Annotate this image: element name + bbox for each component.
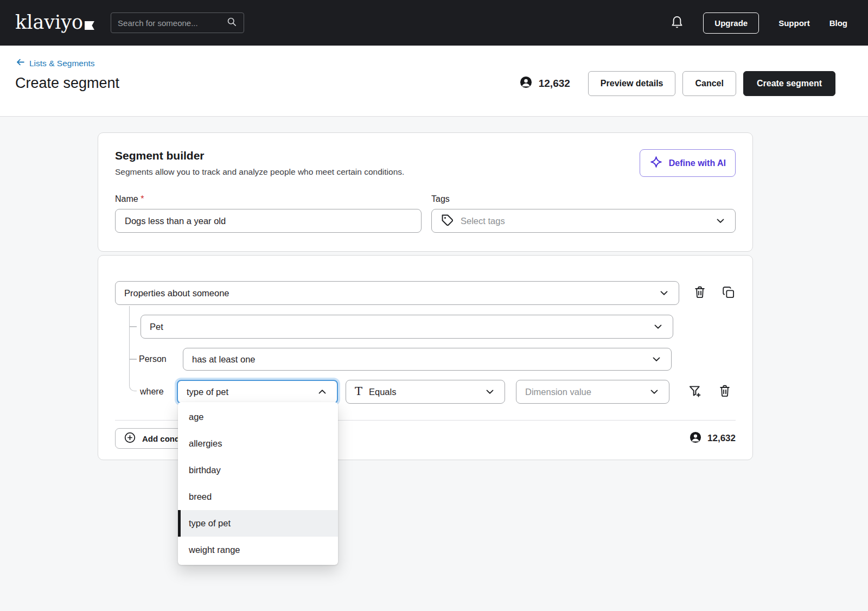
comparator-select[interactable]: T Equals <box>346 380 505 404</box>
page-header-actions: 12,632 Preview details Cancel Create seg… <box>520 58 835 110</box>
navbar-actions: Upgrade Support Blog <box>671 12 847 34</box>
dropdown-option-weight-range[interactable]: weight range <box>178 537 338 563</box>
tree-tick <box>129 326 137 327</box>
person-icon <box>690 431 701 446</box>
chevron-down-icon <box>652 321 664 333</box>
klaviyo-logo[interactable]: klaviyo <box>15 13 94 33</box>
upgrade-button[interactable]: Upgrade <box>703 12 759 34</box>
logo-text: klaviyo <box>15 13 83 32</box>
condition-category-value: Properties about someone <box>124 288 229 298</box>
main-content: Segment builder Segments allow you to tr… <box>0 117 868 460</box>
tags-label: Tags <box>431 194 736 204</box>
search-icon <box>226 16 237 29</box>
segment-builder-card: Segment builder Segments allow you to tr… <box>98 132 753 252</box>
condition-tree: Pet Person has at least one where <box>115 315 736 404</box>
condition-category-select[interactable]: Properties about someone <box>115 281 679 305</box>
dropdown-option-age[interactable]: age <box>178 404 338 430</box>
copy-icon <box>722 285 736 301</box>
trash-icon <box>693 285 707 301</box>
quantifier-value: has at least one <box>192 354 256 365</box>
plus-circle-icon <box>124 431 136 445</box>
person-icon <box>520 76 532 91</box>
create-segment-button[interactable]: Create segment <box>743 71 835 96</box>
quantifier-select[interactable]: has at least one <box>183 348 672 371</box>
comparator-value: Equals <box>369 387 396 397</box>
field-dropdown-menu: age allergies birthday breed type of pet… <box>178 402 338 565</box>
preview-details-button[interactable]: Preview details <box>588 71 676 96</box>
arrow-left-icon <box>15 58 25 69</box>
property-group-value: Pet <box>150 322 163 332</box>
dropdown-option-type-of-pet[interactable]: type of pet <box>178 510 338 537</box>
add-filter-button[interactable] <box>687 384 703 400</box>
tag-icon <box>441 213 454 229</box>
name-field-group: Name * <box>115 194 422 233</box>
bell-icon <box>671 15 684 31</box>
dimension-value-placeholder: Dimension value <box>525 387 591 397</box>
required-asterisk: * <box>141 194 144 203</box>
chevron-down-icon <box>658 287 670 299</box>
dimension-field-value: type of pet <box>187 387 228 397</box>
page-header: Lists & Segments Create segment 12,632 P… <box>0 46 868 117</box>
chevron-down-icon <box>650 353 662 365</box>
define-with-ai-label: Define with AI <box>669 158 726 168</box>
segment-builder-title: Segment builder <box>115 149 404 162</box>
dropdown-option-breed[interactable]: breed <box>178 483 338 510</box>
segment-name-input[interactable] <box>115 209 422 233</box>
property-group-select[interactable]: Pet <box>141 315 673 339</box>
chevron-up-icon <box>316 386 328 398</box>
segment-builder-heading: Segment builder Segments allow you to tr… <box>115 149 404 177</box>
delete-condition-button[interactable] <box>693 285 707 301</box>
person-label: Person <box>139 354 173 364</box>
notifications-button[interactable] <box>671 15 684 31</box>
breadcrumb-label: Lists & Segments <box>29 59 95 68</box>
tags-field-group: Tags Select tags <box>431 194 736 233</box>
dropdown-option-birthday[interactable]: birthday <box>178 457 338 483</box>
funnel-plus-icon <box>687 384 703 400</box>
page-header-left: Lists & Segments Create segment <box>15 58 119 116</box>
search-input[interactable] <box>118 18 226 28</box>
define-with-ai-button[interactable]: Define with AI <box>640 149 736 177</box>
text-type-icon: T <box>355 386 362 397</box>
chevron-down-icon <box>484 386 496 398</box>
blog-link[interactable]: Blog <box>829 18 847 28</box>
name-label: Name * <box>115 194 422 204</box>
trash-icon <box>718 384 732 400</box>
segment-profile-count: 12,632 <box>520 76 570 91</box>
person-search <box>111 12 244 33</box>
chevron-down-icon <box>648 386 660 398</box>
segment-builder-subtitle: Segments allow you to track and analyze … <box>115 167 404 177</box>
where-label: where <box>140 387 168 397</box>
cancel-button[interactable]: Cancel <box>682 71 736 96</box>
tree-tick <box>129 359 137 360</box>
condition-card: Properties about someone <box>98 255 753 460</box>
klaviyo-flag-icon <box>85 14 94 33</box>
profile-count-value: 12,632 <box>539 78 570 90</box>
tree-rail <box>129 306 137 391</box>
condition-profile-count-value: 12,632 <box>707 433 736 444</box>
dimension-value-select[interactable]: Dimension value <box>516 380 669 404</box>
support-link[interactable]: Support <box>778 18 810 28</box>
page-title: Create segment <box>15 75 119 92</box>
sparkle-icon <box>649 155 663 171</box>
chevron-down-icon <box>714 215 726 227</box>
dimension-field-select[interactable]: type of pet <box>177 380 338 404</box>
duplicate-condition-button[interactable] <box>722 285 736 301</box>
breadcrumb[interactable]: Lists & Segments <box>15 58 119 69</box>
tags-select[interactable]: Select tags <box>431 209 736 233</box>
delete-filter-row-button[interactable] <box>718 384 732 400</box>
condition-profile-count: 12,632 <box>690 431 736 446</box>
tags-placeholder: Select tags <box>461 216 505 226</box>
top-navbar: klaviyo Upgrade Support Blog <box>0 0 868 46</box>
dropdown-option-allergies[interactable]: allergies <box>178 430 338 457</box>
